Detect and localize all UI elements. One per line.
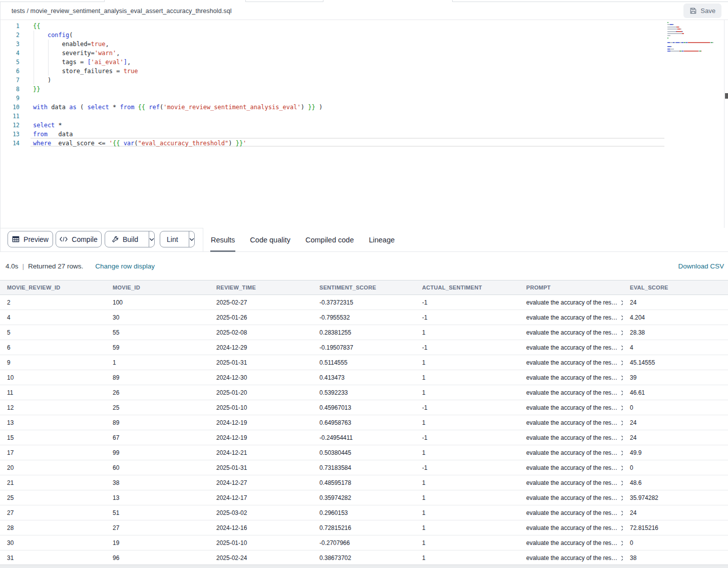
line-number: 4	[1, 49, 23, 58]
cell: 2024-12-29	[209, 340, 312, 355]
prompt-preview-text: evaluate the accuracy of the res…	[526, 419, 617, 426]
prompt-cell[interactable]: evaluate the accuracy of the res…	[519, 520, 623, 535]
cell: 89	[106, 370, 209, 385]
prompt-cell[interactable]: evaluate the accuracy of the res…	[519, 370, 623, 385]
save-button-label: Save	[700, 7, 715, 15]
prompt-preview-text: evaluate the accuracy of the res…	[526, 359, 617, 366]
file-header: tests / movie_review_sentiment_analysis_…	[0, 2, 728, 20]
code-line[interactable]	[33, 94, 322, 103]
line-number: 8	[1, 85, 23, 94]
prompt-cell[interactable]: evaluate the accuracy of the res…	[519, 310, 623, 325]
cell: 38	[106, 475, 209, 490]
status-separator: |	[23, 262, 25, 270]
lint-button[interactable]: Lint	[160, 231, 185, 247]
cell: 15	[0, 430, 106, 445]
code-line[interactable]: {{	[33, 22, 322, 31]
cell: 2024-12-16	[209, 520, 312, 535]
prompt-preview-text: evaluate the accuracy of the res…	[526, 479, 617, 486]
prompt-cell[interactable]: evaluate the accuracy of the res…	[519, 460, 623, 475]
save-button[interactable]: Save	[683, 4, 721, 18]
cell: 0.73183584	[312, 460, 415, 475]
cell: 26	[106, 385, 209, 400]
table-row: 17992024-12-210.503804451evaluate the ac…	[0, 445, 728, 460]
minimap-border	[724, 20, 724, 228]
cell: 1	[415, 475, 519, 490]
prompt-cell[interactable]: evaluate the accuracy of the res…	[519, 415, 623, 430]
horizontal-scrollbar-track[interactable]	[0, 564, 728, 568]
column-header: EVAL_SCORE	[623, 280, 728, 295]
code-line[interactable]: with data as ( select * from {{ ref('mov…	[33, 103, 322, 112]
prompt-preview-text: evaluate the accuracy of the res…	[526, 389, 617, 396]
prompt-cell[interactable]: evaluate the accuracy of the res…	[519, 400, 623, 415]
prompt-cell[interactable]: evaluate the accuracy of the res…	[519, 490, 623, 505]
prompt-cell[interactable]: evaluate the accuracy of the res…	[519, 385, 623, 400]
prompt-preview-text: evaluate the accuracy of the res…	[526, 434, 617, 441]
prompt-cell[interactable]: evaluate the accuracy of the res…	[519, 445, 623, 460]
cell: 17	[0, 445, 106, 460]
cell: 4	[0, 310, 106, 325]
preview-button[interactable]: Preview	[8, 231, 53, 247]
editor-gutter: 1234567891011121314	[1, 22, 23, 148]
code-line[interactable]: )	[33, 76, 322, 85]
lint-dropdown-button[interactable]	[189, 231, 194, 247]
cell: 0.35974282	[312, 490, 415, 505]
prompt-cell[interactable]: evaluate the accuracy of the res…	[519, 295, 623, 310]
cell: 9	[0, 355, 106, 370]
cell: -0.19507837	[312, 340, 415, 355]
prompt-cell[interactable]: evaluate the accuracy of the res…	[519, 325, 623, 340]
tab-lineage[interactable]: Lineage	[361, 228, 403, 252]
editor-scrollbar-thumb[interactable]	[725, 93, 728, 99]
results-body: 21002025-02-27-0.37372315-1evaluate the …	[0, 295, 728, 565]
code-line[interactable]: tags = ['ai_eval'],	[33, 58, 322, 67]
cell: 4.204	[623, 310, 728, 325]
returned-rows-text: Returned 27 rows.	[28, 262, 83, 270]
cell: 2025-02-24	[209, 550, 312, 565]
table-row: 13892024-12-190.649587631evaluate the ac…	[0, 415, 728, 430]
prompt-preview-text: evaluate the accuracy of the res…	[526, 314, 617, 321]
tab-compiled-code[interactable]: Compiled code	[298, 228, 361, 252]
prompt-cell[interactable]: evaluate the accuracy of the res…	[519, 505, 623, 520]
code-line[interactable]	[33, 112, 322, 121]
code-line[interactable]: select *	[33, 121, 322, 130]
cell: 1	[415, 550, 519, 565]
build-dropdown-button[interactable]	[149, 231, 154, 247]
code-editor[interactable]: 1234567891011121314 {{ config( enabled=t…	[0, 20, 728, 228]
build-button-label: Build	[123, 235, 138, 243]
table-row: 15672024-12-19-0.24954411-1evaluate the …	[0, 430, 728, 445]
code-line[interactable]: from data	[33, 130, 322, 139]
cell: 2025-01-10	[209, 535, 312, 550]
prompt-cell[interactable]: evaluate the accuracy of the res…	[519, 430, 623, 445]
code-line[interactable]: where eval_score <= '{{ var("eval_accura…	[33, 139, 322, 148]
tab-code-quality[interactable]: Code quality	[242, 228, 298, 252]
cell: 55	[106, 325, 209, 340]
code-line[interactable]: store_failures = true	[33, 67, 322, 76]
prompt-cell[interactable]: evaluate the accuracy of the res…	[519, 475, 623, 490]
change-row-display-link[interactable]: Change row display	[95, 262, 155, 270]
download-csv-link[interactable]: Download CSV	[678, 262, 724, 270]
tab-results[interactable]: Results	[203, 228, 242, 252]
preview-table-icon	[12, 235, 20, 243]
code-line[interactable]: }}	[33, 85, 322, 94]
minimap[interactable]	[667, 22, 722, 53]
prompt-cell[interactable]: evaluate the accuracy of the res…	[519, 550, 623, 565]
cell: 38	[623, 550, 728, 565]
cell: 0	[623, 535, 728, 550]
compile-button[interactable]: Compile	[56, 231, 102, 247]
cell: 2024-12-17	[209, 490, 312, 505]
cell: 99	[106, 445, 209, 460]
save-icon	[689, 7, 697, 15]
prompt-cell[interactable]: evaluate the accuracy of the res…	[519, 355, 623, 370]
cell: 100	[106, 295, 209, 310]
code-line[interactable]: enabled=true,	[33, 40, 322, 49]
code-line[interactable]: severity='warn',	[33, 49, 322, 58]
cell: 2024-12-27	[209, 475, 312, 490]
build-button[interactable]: Build	[105, 231, 145, 247]
prompt-cell[interactable]: evaluate the accuracy of the res…	[519, 535, 623, 550]
cell: 1	[106, 355, 209, 370]
table-row: 21002025-02-27-0.37372315-1evaluate the …	[0, 295, 728, 310]
prompt-cell[interactable]: evaluate the accuracy of the res…	[519, 340, 623, 355]
column-header: REVIEW_TIME	[209, 280, 312, 295]
table-row: 912025-01-310.51145551evaluate the accur…	[0, 355, 728, 370]
cell: 1	[415, 505, 519, 520]
code-line[interactable]: config(	[33, 31, 322, 40]
